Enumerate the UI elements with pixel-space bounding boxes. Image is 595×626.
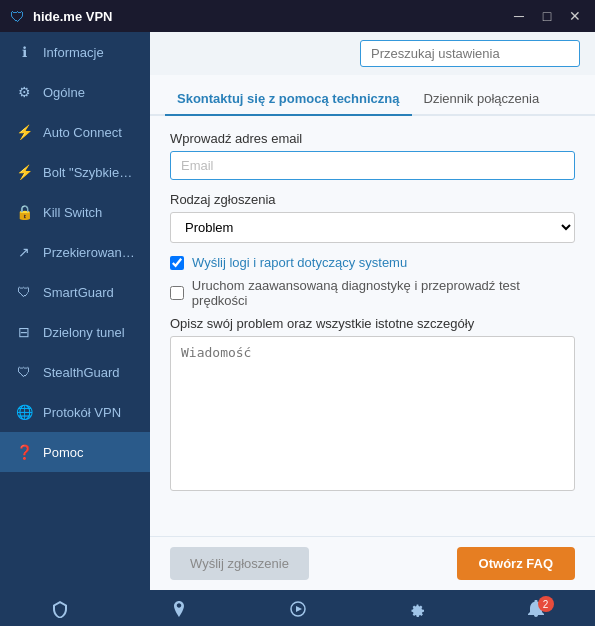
title-bar-left: 🛡 hide.me VPN xyxy=(10,8,112,25)
settings-icon xyxy=(408,600,426,622)
message-label: Opisz swój problem oraz wszystkie istotn… xyxy=(170,316,575,331)
type-label: Rodzaj zgłoszenia xyxy=(170,192,575,207)
sidebar: ℹ Informacje ⚙ Ogólne ⚡ Auto Connect ⚡ B… xyxy=(0,32,150,590)
title-bar: 🛡 hide.me VPN ─ □ ✕ xyxy=(0,0,595,32)
form-area: Wprowadź adres email Rodzaj zgłoszenia P… xyxy=(150,116,595,536)
info-icon: ℹ xyxy=(15,43,33,61)
sidebar-item-dzielony-tunel[interactable]: ⊟ Dzielony tunel xyxy=(0,312,150,352)
sidebar-item-label: Pomoc xyxy=(43,445,83,460)
bolt2-icon: ⚡ xyxy=(15,163,33,181)
sidebar-item-label: Kill Switch xyxy=(43,205,102,220)
location-icon xyxy=(170,600,188,622)
sidebar-item-label: Przekierowanie... xyxy=(43,245,135,260)
smartguard-icon: 🛡 xyxy=(15,283,33,301)
sidebar-item-bolt[interactable]: ⚡ Bolt "Szybkie Pr..." xyxy=(0,152,150,192)
content-area: Skontaktuj się z pomocą techniczną Dzien… xyxy=(150,32,595,590)
svg-marker-1 xyxy=(296,606,302,612)
gear-icon: ⚙ xyxy=(15,83,33,101)
sidebar-item-label: Bolt "Szybkie Pr..." xyxy=(43,165,135,180)
protocol-icon: 🌐 xyxy=(15,403,33,421)
sidebar-item-label: Informacje xyxy=(43,45,104,60)
nav-ustawienia[interactable]: Ustawienia xyxy=(357,590,476,626)
buttons-row: Wyślij zgłoszenie Otwórz FAQ xyxy=(150,536,595,590)
nav-wiadomosci[interactable]: 2 Wiadomości xyxy=(476,590,595,626)
sidebar-item-smartguard[interactable]: 🛡 SmartGuard xyxy=(0,272,150,312)
redirect-icon: ↗ xyxy=(15,243,33,261)
type-select[interactable]: Problem Pytanie Inne xyxy=(170,212,575,243)
app-title: hide.me VPN xyxy=(33,9,112,24)
close-button[interactable]: ✕ xyxy=(565,8,585,24)
main-container: ℹ Informacje ⚙ Ogólne ⚡ Auto Connect ⚡ B… xyxy=(0,32,595,590)
bolt-icon: ⚡ xyxy=(15,123,33,141)
sidebar-item-label: Auto Connect xyxy=(43,125,122,140)
stealthguard-icon: 🛡 xyxy=(15,363,33,381)
tabs-container: Skontaktuj się z pomocą techniczną Dzien… xyxy=(150,75,595,116)
checkbox-logs-row: Wyślij logi i raport dotyczący systemu xyxy=(170,255,575,270)
nav-vpn[interactable]: VPN xyxy=(0,590,119,626)
minimize-button[interactable]: ─ xyxy=(509,8,529,24)
help-icon: ❓ xyxy=(15,443,33,461)
tab-contact[interactable]: Skontaktuj się z pomocą techniczną xyxy=(165,83,412,116)
checkbox-diag-row: Uruchom zaawansowaną diagnostykę i przep… xyxy=(170,278,575,308)
nav-lokalizacje[interactable]: Lokalizacje xyxy=(119,590,238,626)
checkbox-diag[interactable] xyxy=(170,286,184,300)
notification-badge: 2 xyxy=(538,596,554,612)
email-input[interactable] xyxy=(170,151,575,180)
faq-button[interactable]: Otwórz FAQ xyxy=(457,547,575,580)
streaming-icon xyxy=(289,600,307,622)
sidebar-item-stealthguard[interactable]: 🛡 StealthGuard xyxy=(0,352,150,392)
email-label: Wprowadź adres email xyxy=(170,131,575,146)
search-bar-container xyxy=(150,32,595,75)
sidebar-item-protokol-vpn[interactable]: 🌐 Protokół VPN xyxy=(0,392,150,432)
nav-streaming[interactable]: Streaming xyxy=(238,590,357,626)
title-bar-controls: ─ □ ✕ xyxy=(509,8,585,24)
sidebar-item-pomoc[interactable]: ❓ Pomoc xyxy=(0,432,150,472)
sidebar-item-label: SmartGuard xyxy=(43,285,114,300)
sidebar-item-informacje[interactable]: ℹ Informacje xyxy=(0,32,150,72)
sidebar-item-label: Ogólne xyxy=(43,85,85,100)
sidebar-item-label: Dzielony tunel xyxy=(43,325,125,340)
send-button[interactable]: Wyślij zgłoszenie xyxy=(170,547,309,580)
maximize-button[interactable]: □ xyxy=(537,8,557,24)
checkbox-logs-label: Wyślij logi i raport dotyczący systemu xyxy=(192,255,407,270)
sidebar-item-auto-connect[interactable]: ⚡ Auto Connect xyxy=(0,112,150,152)
lock-icon: 🔒 xyxy=(15,203,33,221)
sidebar-item-kill-switch[interactable]: 🔒 Kill Switch xyxy=(0,192,150,232)
bottom-nav: VPN Lokalizacje Streaming Ustawienia xyxy=(0,590,595,626)
sidebar-item-label: StealthGuard xyxy=(43,365,120,380)
shield-icon: 🛡 xyxy=(10,8,25,25)
checkbox-logs[interactable] xyxy=(170,256,184,270)
sidebar-item-label: Protokół VPN xyxy=(43,405,121,420)
message-textarea[interactable] xyxy=(170,336,575,491)
checkbox-diag-label: Uruchom zaawansowaną diagnostykę i przep… xyxy=(192,278,575,308)
search-input[interactable] xyxy=(360,40,580,67)
tab-log[interactable]: Dziennik połączenia xyxy=(412,83,552,116)
split-tunnel-icon: ⊟ xyxy=(15,323,33,341)
sidebar-item-ogolne[interactable]: ⚙ Ogólne xyxy=(0,72,150,112)
vpn-icon xyxy=(51,600,69,622)
sidebar-item-przekierowanie[interactable]: ↗ Przekierowanie... xyxy=(0,232,150,272)
